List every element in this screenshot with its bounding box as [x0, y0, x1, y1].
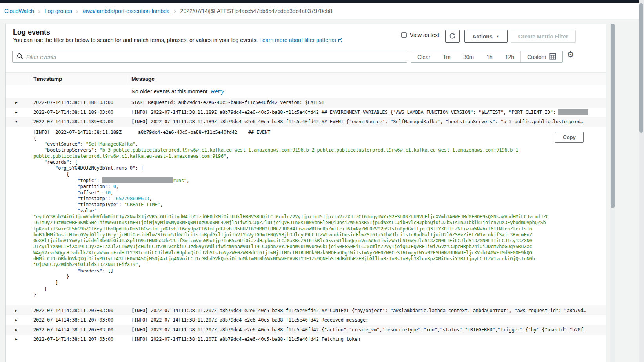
external-link-icon [338, 37, 342, 44]
learn-more-link[interactable]: Learn more about filter patterns [259, 37, 336, 43]
filter-events-input[interactable] [26, 54, 407, 60]
log-event-row[interactable]: ▼2022-07-14T14:38:11.189+03:00[INFO] 202… [6, 117, 606, 127]
breadcrumb: CloudWatch › Log groups › /aws/lambda/po… [0, 3, 644, 19]
range-clear[interactable]: Clear [411, 51, 437, 62]
event-message: [INFO] 2022-07-14T11:38:11.207Z a8b79dc4… [131, 317, 606, 323]
breadcrumb-chevron-icon: › [38, 7, 40, 14]
event-timestamp: 2022-07-14T14:38:11.207+03:00 [33, 327, 131, 333]
json-line: { [33, 135, 606, 141]
event-timestamp: 2022-07-14T14:38:11.207+03:00 [33, 308, 131, 313]
json-line: "eyJhY3Rpb24iOiJjcmVhdGVfdm0iLCJyZXNvdXJ… [33, 214, 606, 220]
range-1h[interactable]: 1h [480, 51, 499, 62]
log-event-row[interactable]: ▶2022-07-14T14:38:11.207+03:00[INFO] 202… [6, 315, 606, 325]
json-line: lpKakIifSwicGF5bG9hZCI6eyJlbnRpdHkiOm51b… [33, 226, 606, 232]
event-message: [INFO] 2022-07-14T11:38:11.207Z a8b79dc4… [131, 336, 606, 342]
expand-row-icon[interactable]: ▶ [6, 328, 33, 332]
panel-scrollbar-thumb[interactable] [611, 24, 615, 208]
range-30m[interactable]: 30m [457, 51, 480, 62]
console-top-edge [0, 0, 644, 3]
breadcrumb-log-group[interactable]: /aws/lambda/port-execution-lambda [83, 8, 170, 14]
json-line: "timestamp": 1657798690633, [33, 196, 606, 202]
redacted-value [558, 109, 588, 115]
json-line: { [33, 172, 606, 177]
view-as-text-label: View as text [410, 32, 439, 38]
filter-events-field[interactable] [12, 51, 407, 63]
log-events-panel: Log events You can use the filter bar be… [5, 24, 606, 362]
json-line: dHMiLCJ1cGRhdGVkQXQiOiIyMDIyLTA3LTE0VDA5… [33, 256, 606, 262]
chevron-down-icon: ▼ [496, 35, 500, 38]
json-line: "timestampType": "CREATE_TIME", [33, 202, 606, 208]
json-line: "offset": 10, [33, 190, 606, 196]
event-message: [INFO] 2022-07-14T11:38:11.189Z a8b79dc4… [131, 109, 606, 115]
copy-button[interactable]: Copy [555, 132, 584, 143]
log-event-row[interactable]: ▶2022-07-14T14:38:11.207+03:00[INFO] 202… [6, 335, 606, 344]
calendar-icon [549, 53, 556, 61]
column-divider [29, 75, 29, 82]
range-1m[interactable]: 1m [437, 51, 457, 62]
json-line: "partition": 0, [33, 184, 606, 190]
event-timestamp: 2022-07-14T14:38:11.207+03:00 [33, 336, 131, 342]
json-line: bnB1dHMiOnsicHJvcGVydGllcyI6eyJjcHUiOnsi… [33, 232, 606, 238]
json-line: J1cy1lYXN0LTEiXX19LCJyZXF1aXJlZCI6WyJjcH… [33, 244, 606, 250]
column-header-message: Message [131, 76, 155, 82]
log-event-row[interactable]: ▶2022-07-14T14:38:11.189+03:00[INFO] 202… [6, 108, 606, 117]
panel-scrollbar[interactable] [610, 24, 615, 362]
breadcrumb-cloudwatch[interactable]: CloudWatch [4, 8, 34, 14]
json-line: [INFO] 2022-07-14T11:38:11.189Z a8b79dc4… [33, 130, 606, 135]
actions-button[interactable]: Actions ▼ [464, 30, 508, 43]
json-line: "bootstrapServers": "b-3-public.publiccl… [33, 147, 606, 153]
retry-link[interactable]: Retry [211, 88, 224, 95]
event-timestamp: 2022-07-14T14:38:11.207+03:00 [33, 317, 131, 323]
table-header: Timestamp Message [6, 72, 606, 85]
json-line: ] [33, 280, 606, 286]
event-message: [INFO] 2022-07-14T11:38:11.189Z a8b79dc4… [131, 119, 606, 124]
collapse-row-icon[interactable]: ▼ [6, 120, 33, 124]
page-description: You can use the filter bar below to sear… [13, 37, 342, 44]
no-older-events-text: No older events at this moment. [131, 88, 209, 95]
log-rows: ▶2022-07-14T14:38:11.188+03:00START Requ… [6, 98, 606, 344]
event-message: [INFO] 2022-07-14T11:38:11.207Z a8b79dc4… [131, 327, 606, 333]
time-range-selector: Clear 1m 30m 1h 12h Custom [411, 51, 563, 63]
json-line: "topic": runs", [33, 177, 606, 184]
event-timestamp: 2022-07-14T14:38:11.189+03:00 [33, 110, 131, 115]
expanded-log-json: [INFO] 2022-07-14T11:38:11.189Z a8b79dc4… [33, 130, 606, 298]
log-event-row[interactable]: ▶2022-07-14T14:38:11.207+03:00[INFO] 202… [6, 325, 606, 335]
expand-row-icon[interactable]: ▶ [6, 110, 33, 114]
json-line: I6Im9yZ19zWUc0RE9KWk5HeThiWW50In0sImF0Ij… [33, 220, 606, 226]
json-line: } [33, 286, 606, 292]
no-older-events-row: No older events at this moment. Retry [6, 85, 606, 98]
json-line: } [33, 292, 606, 298]
json-line: } [33, 274, 606, 280]
expand-row-icon[interactable]: ▶ [6, 337, 33, 341]
refresh-icon [449, 33, 456, 40]
window-scrollbar-thumb[interactable] [639, 3, 643, 133]
search-icon [13, 53, 26, 61]
json-line: 0eXBlIjoibnVtYmVyIiwidGl0bGUiOiJTaXplIG9… [33, 238, 606, 244]
event-message: [INFO] 2022-07-14T11:38:11.207Z a8b79dc4… [131, 308, 606, 313]
expanded-log-detail: Copy [INFO] 2022-07-14T11:38:11.189Z a8b… [6, 127, 606, 306]
json-line: "value": [33, 208, 606, 214]
log-event-row[interactable]: ▶2022-07-14T14:38:11.207+03:00[INFO] 202… [6, 305, 606, 315]
expand-row-icon[interactable]: ▶ [6, 318, 33, 322]
range-12h[interactable]: 12h [499, 51, 520, 62]
event-timestamp: 2022-07-14T14:38:11.189+03:00 [33, 119, 131, 124]
column-header-timestamp: Timestamp [33, 76, 62, 82]
expand-row-icon[interactable]: ▶ [6, 309, 33, 313]
refresh-button[interactable] [445, 30, 460, 43]
expand-row-icon[interactable]: ▶ [6, 101, 33, 104]
view-as-text-toggle[interactable]: View as text [401, 32, 439, 38]
log-event-row[interactable]: ▶2022-07-14T14:38:11.188+03:00START Requ… [6, 98, 606, 108]
breadcrumb-chevron-icon: › [174, 7, 176, 14]
json-line: iOjUwLCJyZWdpb24iOiJldS13ZXN0LTEifX19", [33, 262, 606, 268]
view-as-text-checkbox[interactable] [401, 32, 407, 38]
json-line: public.publicclusterprod.t9rw6w.c1.kafka… [33, 154, 606, 159]
gear-icon[interactable]: ⚙ [567, 50, 574, 59]
window-scrollbar[interactable] [639, 0, 644, 362]
range-custom[interactable]: Custom [521, 51, 562, 62]
create-metric-filter-button[interactable]: Create Metric Filter [511, 30, 576, 43]
breadcrumb-log-groups[interactable]: Log groups [45, 8, 72, 14]
json-line: "records": { [33, 159, 606, 165]
column-divider [127, 75, 127, 82]
event-message: START RequestId: a8b79dc4-e2e6-40c5-ba88… [131, 100, 606, 105]
page-title: Log events [13, 28, 50, 37]
